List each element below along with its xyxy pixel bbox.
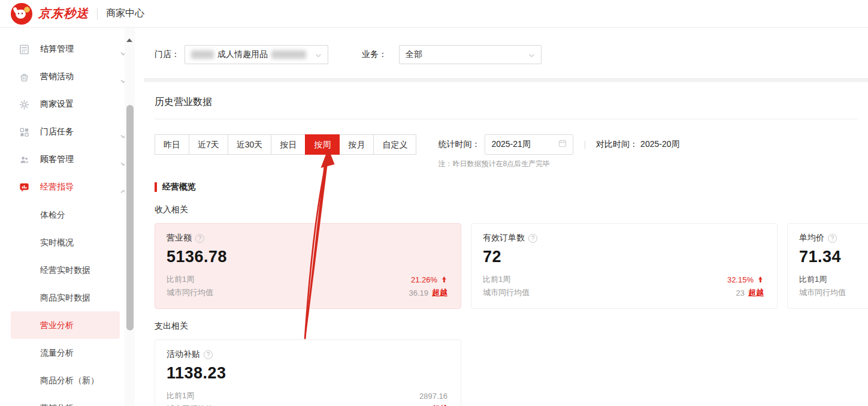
sidebar-item-marketing[interactable]: 营销活动 [0, 63, 135, 91]
sidebar-subitem-business-analysis[interactable]: 营业分析 [11, 311, 120, 339]
card-value: 71.34 [799, 248, 868, 266]
compare-time-label: 对比时间： [596, 139, 638, 150]
merchant-dashboard: 京东秒送 商家中心 结算管理 营销活动 [0, 0, 868, 406]
scroll-up-arrow-icon[interactable] [126, 38, 132, 42]
income-cards-row: 营业额 ? 5136.78 比前1周 21.26% [155, 223, 857, 309]
card-title: 活动补贴 [167, 349, 200, 360]
overview-title: 经营概览 [162, 182, 196, 193]
sidebar-subitem-realtime-overview[interactable]: 实时概况 [0, 228, 135, 256]
store-select[interactable]: 成人情趣用品 [185, 45, 328, 64]
time-range-tabs: 昨日 近7天 近30天 按日 按周 按月 自定义 [155, 134, 416, 155]
calendar-icon [558, 139, 567, 150]
section-accent-bar [155, 182, 157, 192]
sidebar-item-label: 结算管理 [40, 44, 120, 55]
compare-prev-label: 比前1周 [483, 274, 510, 285]
data-note: 注：昨日数据预计在8点后生产完毕 [438, 159, 679, 169]
sidebar-item-label: 顾客管理 [40, 154, 120, 165]
card-value: 5136.78 [167, 248, 447, 266]
city-average-label: 城市同行均值 [483, 287, 530, 298]
tab-by-week[interactable]: 按周 [305, 134, 340, 155]
stat-time-picker[interactable]: 2025-21周 [485, 134, 573, 155]
redacted-blur [271, 50, 306, 59]
scrollbar-thumb[interactable] [126, 105, 134, 330]
page-title: 历史营业数据 [155, 96, 857, 109]
help-icon[interactable]: ? [828, 234, 837, 243]
compare-prev-label: 比前1周 [167, 274, 194, 285]
redacted-blur [191, 50, 214, 59]
card-title: 有效订单数 [483, 233, 525, 243]
chevron-down-icon [528, 49, 535, 60]
portal-title: 商家中心 [106, 7, 144, 20]
sidebar-subitem-marketing-analysis[interactable]: 营销分析 [0, 394, 135, 406]
expense-group-label: 支出相关 [155, 321, 857, 332]
gear-icon [18, 98, 30, 110]
sidebar-subitem-business-realtime-data[interactable]: 经营实时数据 [0, 256, 135, 284]
chart-bubble-icon [18, 181, 30, 193]
metric-card-activity-subsidy[interactable]: 活动补贴 ? 1138.23 比前1周 2897.16 城市同行均值 33.6 [155, 339, 461, 406]
metric-card-valid-orders[interactable]: 有效订单数 ? 72 比前1周 32.15% [471, 223, 778, 309]
header-divider [97, 8, 98, 20]
sidebar-item-merchant-settings[interactable]: 商家设置 [0, 91, 135, 118]
exceed-link[interactable]: 超越 [432, 287, 447, 298]
sidebar: 结算管理 营销活动 商家设置 [0, 28, 135, 406]
tab-by-day[interactable]: 按日 [271, 134, 306, 155]
city-average-label: 城市同行均值 [167, 404, 213, 406]
compare-prev-label: 比前1周 [799, 274, 827, 285]
sidebar-item-business-guidance[interactable]: 经营指导 [0, 173, 135, 201]
exceed-link[interactable]: 超越 [748, 287, 764, 298]
sidebar-item-label: 经营指导 [40, 182, 120, 193]
compare-prev-label: 比前1周 [167, 390, 194, 401]
tab-custom[interactable]: 自定义 [373, 134, 416, 155]
sidebar-subitem-health-score[interactable]: 体检分 [0, 201, 135, 228]
tab-by-month[interactable]: 按月 [339, 134, 374, 155]
city-average-label: 城市同行均值 [167, 287, 213, 298]
metric-card-avg-price[interactable]: 单均价 ? 71.34 比前1周 城市同行均值 [787, 223, 868, 309]
section-separator [144, 78, 868, 82]
business-filter-label: 业务： [362, 49, 387, 60]
city-average-value: 23 [736, 288, 745, 297]
tab-last-30-days[interactable]: 近30天 [228, 134, 272, 155]
city-average-value: 36.19 [409, 288, 428, 297]
trend-up-icon [757, 276, 764, 283]
business-select-value: 全部 [406, 49, 422, 60]
metric-card-revenue[interactable]: 营业额 ? 5136.78 比前1周 21.26% [155, 223, 461, 309]
exceed-link[interactable]: 超越 [432, 404, 447, 406]
trend-up-icon [440, 276, 447, 283]
sidebar-subitem-product-realtime-data[interactable]: 商品实时数据 [0, 284, 135, 311]
sidebar-item-customer-management[interactable]: 顾客管理 [0, 146, 135, 173]
main-content: 门店： 成人情趣用品 业务： 全部 历史营业数据 [135, 28, 868, 406]
basket-icon [18, 71, 30, 83]
sidebar-item-settlement[interactable]: 结算管理 [0, 35, 135, 63]
help-icon[interactable]: ? [195, 234, 204, 243]
business-select[interactable]: 全部 [399, 45, 542, 64]
card-title: 营业额 [167, 233, 192, 243]
sidebar-item-store-tasks[interactable]: 门店任务 [0, 118, 135, 146]
trend-percent: 32.15% [727, 275, 754, 284]
sidebar-scrollbar[interactable] [125, 28, 135, 406]
help-icon[interactable]: ? [204, 350, 213, 359]
trend-percent: 21.26% [411, 275, 437, 284]
tab-yesterday[interactable]: 昨日 [155, 134, 189, 155]
stat-time-label: 统计时间： [438, 139, 480, 150]
brand-name: 京东秒送 [38, 5, 89, 22]
sidebar-subitem-product-analysis-new[interactable]: 商品分析（新） [0, 366, 135, 394]
stat-time-value: 2025-21周 [491, 139, 530, 150]
calculator-icon [18, 43, 30, 55]
card-value: 72 [483, 248, 764, 266]
help-icon[interactable]: ? [528, 234, 537, 243]
card-value: 1138.23 [167, 364, 447, 383]
card-title: 单均价 [799, 233, 824, 243]
filter-bar: 门店： 成人情趣用品 业务： 全部 [144, 28, 868, 78]
sidebar-item-label: 门店任务 [40, 127, 120, 137]
sidebar-item-label: 商家设置 [40, 99, 126, 110]
store-filter-label: 门店： [155, 49, 180, 60]
sidebar-item-label: 营销活动 [40, 71, 120, 82]
tab-last-7-days[interactable]: 近7天 [189, 134, 228, 155]
title-divider [155, 119, 857, 119]
pipe-divider: ｜ [580, 139, 589, 150]
overview-section-header: 经营概览 [155, 182, 857, 193]
compare-time-value: 2025-20周 [640, 139, 679, 150]
sidebar-subitem-traffic-analysis[interactable]: 流量分析 [0, 339, 135, 366]
compare-prev-value: 2897.16 [419, 392, 447, 401]
users-icon [18, 154, 30, 166]
